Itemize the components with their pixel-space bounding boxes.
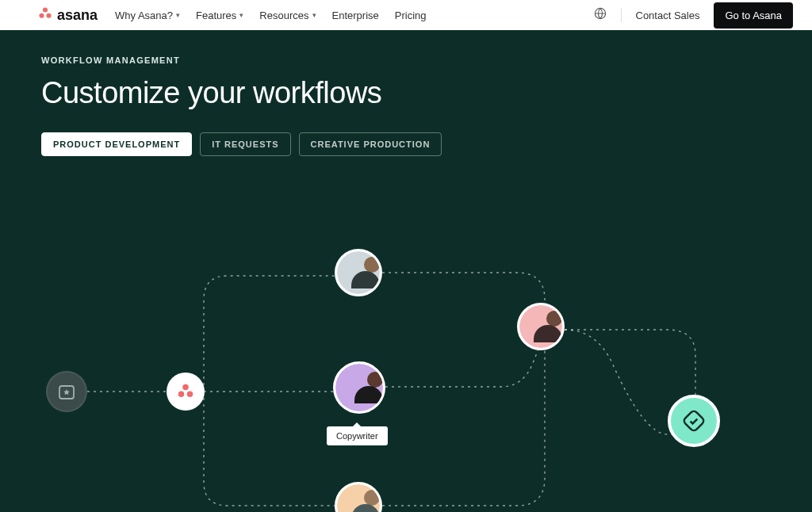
svg-rect-9 [683, 410, 705, 432]
nav-link-pricing[interactable]: Pricing [395, 10, 427, 21]
nav-link-features[interactable]: Features▾ [196, 10, 243, 21]
brand-name: asana [57, 7, 98, 24]
nav-link-why[interactable]: Why Asana?▾ [115, 10, 180, 21]
chevron-down-icon: ▾ [239, 11, 243, 19]
svg-point-7 [178, 392, 184, 397]
svg-point-0 [43, 7, 48, 12]
complete-node [668, 395, 720, 447]
role-tooltip: Copywriter [327, 426, 388, 445]
connector-lines [41, 189, 771, 512]
nav-right: Contact Sales Go to Asana [594, 2, 794, 29]
page-title: Customize your workflows [41, 76, 771, 110]
workflow-diagram: Copywriter [41, 189, 771, 512]
brand-logo[interactable]: asana [38, 6, 98, 25]
tab-creative-production[interactable]: CREATIVE PRODUCTION [299, 132, 442, 156]
calendar-star-icon [57, 382, 76, 401]
nav-link-resources[interactable]: Resources▾ [259, 10, 316, 21]
tab-product-development[interactable]: PRODUCT DEVELOPMENT [41, 132, 192, 156]
go-to-asana-button[interactable]: Go to Asana [714, 2, 793, 29]
asana-logo-icon [177, 383, 194, 400]
top-nav: asana Why Asana?▾ Features▾ Resources▾ E… [0, 0, 812, 30]
nav-links: Why Asana?▾ Features▾ Resources▾ Enterpr… [115, 10, 426, 21]
hero-section: WORKFLOW MANAGEMENT Customize your workf… [0, 30, 812, 512]
check-icon [682, 409, 706, 433]
svg-point-6 [182, 384, 188, 390]
asana-node [167, 373, 205, 411]
svg-point-1 [39, 13, 44, 17]
tab-it-requests[interactable]: IT REQUESTS [200, 132, 290, 156]
avatar-top [335, 249, 382, 296]
avatar-center [333, 361, 385, 414]
contact-sales-link[interactable]: Contact Sales [636, 10, 700, 21]
calendar-node [46, 371, 87, 412]
nav-link-enterprise[interactable]: Enterprise [332, 10, 379, 21]
workflow-tabs: PRODUCT DEVELOPMENT IT REQUESTS CREATIVE… [41, 132, 771, 156]
svg-point-2 [46, 13, 51, 17]
divider [621, 8, 622, 22]
globe-icon[interactable] [594, 7, 607, 23]
svg-point-8 [187, 392, 193, 397]
chevron-down-icon: ▾ [176, 11, 180, 19]
asana-logo-icon [38, 6, 52, 25]
avatar-right [517, 303, 565, 350]
chevron-down-icon: ▾ [312, 11, 316, 19]
eyebrow: WORKFLOW MANAGEMENT [41, 55, 771, 65]
